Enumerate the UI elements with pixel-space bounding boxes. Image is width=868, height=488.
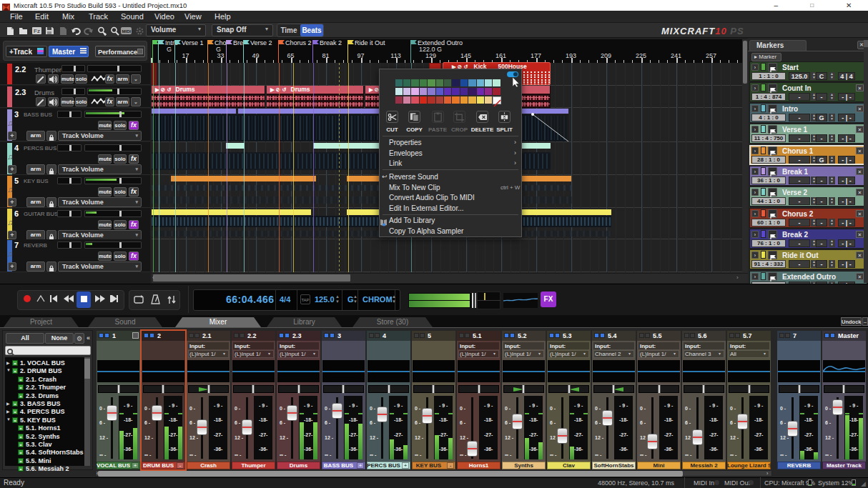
svg-text:MIDI: MIDI (122, 29, 131, 34)
svg-text:Fz: Fz (34, 28, 40, 34)
